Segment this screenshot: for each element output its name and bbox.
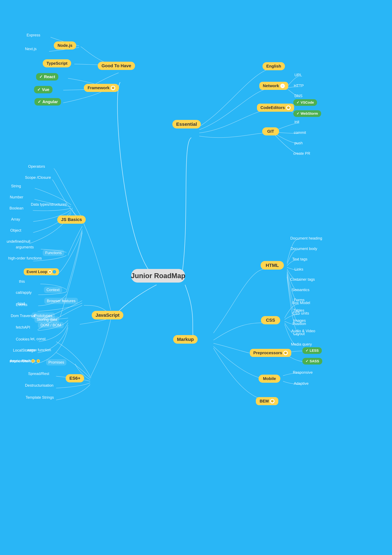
destructurisation-node: Destructurisation [25,383,53,388]
undefined-null-node: undefined/null [7,239,30,244]
css-node: CSS [261,316,280,324]
position-node: Position [292,321,306,326]
commit-node: commit [294,130,306,135]
javascript-node: JavaScript [92,311,123,319]
event-loop-node: Event Loop 😊 → [24,268,59,275]
typescript-node: TypeScript [43,59,71,67]
this-node: this [19,279,25,284]
check-icon: ✓ [297,101,299,105]
fetch-api-node: fetchAPI [16,325,30,329]
center-node: Junior RoadMap [131,269,185,283]
dom-traversal-node: Dom Traversal [11,314,36,318]
init-node: init [294,120,299,124]
nodejs-node: Node.js [54,41,76,50]
sass-node: ✓ SASS [302,358,322,365]
push-node: push [294,141,303,145]
boolean-node: Boolean [9,206,23,210]
url-node: URL [294,73,302,77]
adaptive-node: Adaptive [294,381,308,386]
browser-features-node: Browser features [44,298,78,304]
cookies-node: Cookies [16,337,29,341]
check-icon: ✓ [38,99,41,104]
layout-node: Layout [293,332,305,336]
html-node: HTML [261,261,284,270]
git-node: GIT [262,127,279,135]
css-units-node: CSS units [292,311,309,315]
essential-node: Essential [172,120,201,128]
es6-node: ES6+ [66,374,84,382]
less-node: ✓ LESS [302,347,322,354]
mobile-node: Mobile [258,375,280,383]
container-tags-node: Container tags [290,277,315,282]
bem-node: BEM 😊 [256,397,278,405]
vscode-node: ✓ VSCode [293,99,317,106]
event-loop-icon1: 😊 [48,270,52,274]
number-node: Number [10,195,23,199]
doc-heading-node: Document heading [290,236,322,241]
english-node: English [263,62,285,70]
doc-body-node: Document body [291,247,317,251]
vue-node: ✓ Vue [34,86,52,93]
arguments-node: arguments [16,245,34,249]
semantics-node: Semantics [292,288,309,292]
let-const-node: let, const [30,337,46,341]
arrow-function-node: arrow function [27,348,51,352]
async-icon: — [31,359,35,363]
codeeditors-node: CodeEditors 😊 [257,104,294,112]
react-node: ✓ React [36,73,58,80]
center-label: Junior RoadMap [131,272,185,280]
links-node: Links [294,267,303,271]
scope-closure-node: Scope /Closure [25,175,51,180]
async-await-node: Async Await — [10,359,35,363]
object-node: Object [10,228,21,233]
dns-node: DNS [294,94,302,98]
data-types-node: Data types/structures [31,202,67,207]
check-icon: ✓ [306,349,308,353]
template-strings-node: Template Strings [26,395,54,400]
spread-rest-node: Spread/Rest [28,372,49,376]
promises-node: Promises [46,359,66,365]
event-loop-icon2: → [53,270,56,274]
responsive-node: Responsive [293,370,313,375]
nextjs-node: Next.js [25,47,36,51]
context-node: Context [44,287,62,293]
preprocessors-node: Preprocessors 😊 [250,349,291,357]
webstorm-node: ✓ WebStorm [293,110,321,117]
framework-icon: 😊 [111,86,115,90]
array-node: Array [11,217,20,221]
box-model-node: Box Model [292,301,310,305]
js-basics-node: JS Basics [57,215,86,224]
preprocessors-icon: 😊 [283,351,288,355]
network-icon: → [280,84,285,88]
high-order-node: high-order functions [8,256,42,260]
bem-icon: 😊 [270,399,275,403]
check-icon: ✓ [37,87,41,92]
angular-node: ✓ Angular [35,98,61,106]
functions-node: Functions [43,250,64,256]
dom-bom-node: DOM / BOM [38,322,64,328]
markup-node: Markup [173,335,198,344]
session-storage-icon: 😊 [36,359,40,363]
storing-data-node: Storing data [35,316,59,323]
operators-node: Operators [28,164,45,169]
media-query-node: Media query [291,342,312,346]
text-tags-node: Text tags [292,257,307,261]
check-icon: ✓ [39,74,43,79]
createpr-node: create PR [293,151,310,156]
framework-node: Framework 😊 [84,84,119,92]
codeeditors-icon: 😊 [286,106,291,110]
http-node: HTTP [294,84,304,88]
events-node: Events [16,302,27,307]
check-icon: ✓ [297,111,299,116]
network-node: Network → [259,82,288,90]
check-icon: ✓ [306,359,308,363]
string-node: String [11,184,21,188]
call-apply-node: call/apply [16,290,32,295]
good-to-have-node: Good To Have [98,62,135,70]
express-node: Express [27,33,40,37]
